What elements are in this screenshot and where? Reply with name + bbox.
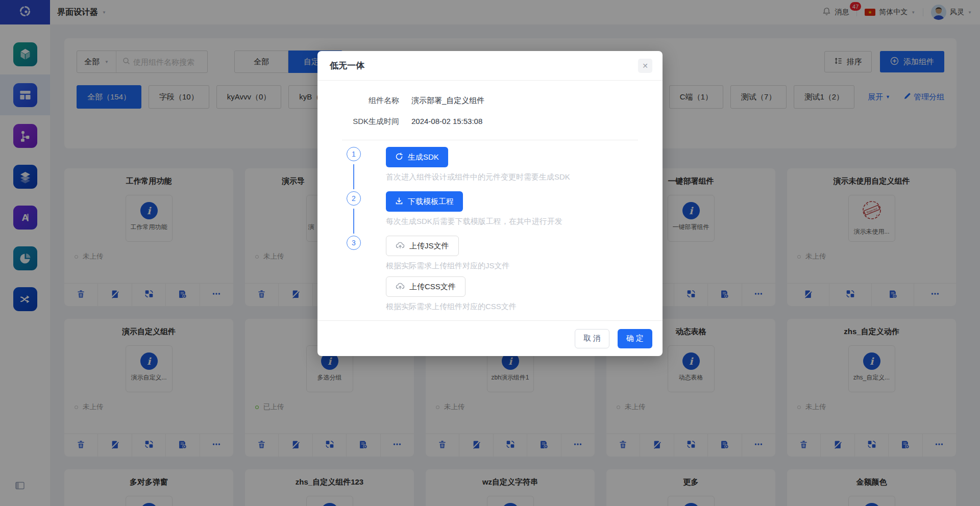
close-icon[interactable]: ✕	[638, 59, 652, 73]
field-label: 组件名称	[330, 96, 399, 106]
field-value: 演示部署_自定义组件	[411, 96, 484, 106]
confirm-button[interactable]: 确 定	[618, 329, 652, 348]
step-button-label: 下载模板工程	[408, 197, 454, 207]
modal-divider	[342, 140, 638, 140]
low-no-code-modal: 低无一体 ✕ 组件名称 演示部署_自定义组件 SDK生成时间 2024-08-0…	[317, 51, 663, 356]
modal-title: 低无一体	[330, 60, 364, 71]
step-helper-text: 首次进入组件设计或组件中的元件变更时需要生成SDK	[386, 172, 570, 182]
step-connector	[353, 209, 354, 234]
step-number: 2	[347, 191, 361, 206]
step-primary-button-1[interactable]: 下载模板工程	[386, 191, 463, 212]
step-button-label: 上传CSS文件	[409, 282, 456, 292]
step-connector	[353, 164, 354, 189]
download-icon	[395, 197, 403, 207]
cancel-button[interactable]: 取 消	[575, 329, 609, 348]
step-helper-text: 根据实际需求上传组件对应的JS文件	[386, 261, 510, 271]
field-value: 2024-08-02 15:53:08	[411, 117, 482, 127]
field-sdk-time: SDK生成时间 2024-08-02 15:53:08	[330, 117, 650, 127]
upload-button-3[interactable]: 上传CSS文件	[386, 276, 465, 297]
field-label: SDK生成时间	[330, 117, 399, 127]
refresh-icon	[395, 153, 403, 162]
cloud-upload-icon	[396, 282, 405, 292]
step-number: 3	[347, 236, 361, 250]
step-helper-text: 根据实际需求上传组件对应的CSS文件	[386, 302, 517, 312]
step-primary-button-0[interactable]: 生成SDK	[386, 147, 448, 167]
upload-button-2[interactable]: 上传JS文件	[386, 236, 459, 256]
step-number: 1	[347, 147, 361, 161]
field-component-name: 组件名称 演示部署_自定义组件	[330, 96, 650, 106]
cloud-upload-icon	[396, 241, 405, 251]
step-helper-text: 每次生成SDK后需要下载模版工程，在其中进行开发	[386, 217, 562, 226]
step-button-label: 生成SDK	[408, 153, 439, 162]
step-button-label: 上传JS文件	[409, 241, 449, 251]
